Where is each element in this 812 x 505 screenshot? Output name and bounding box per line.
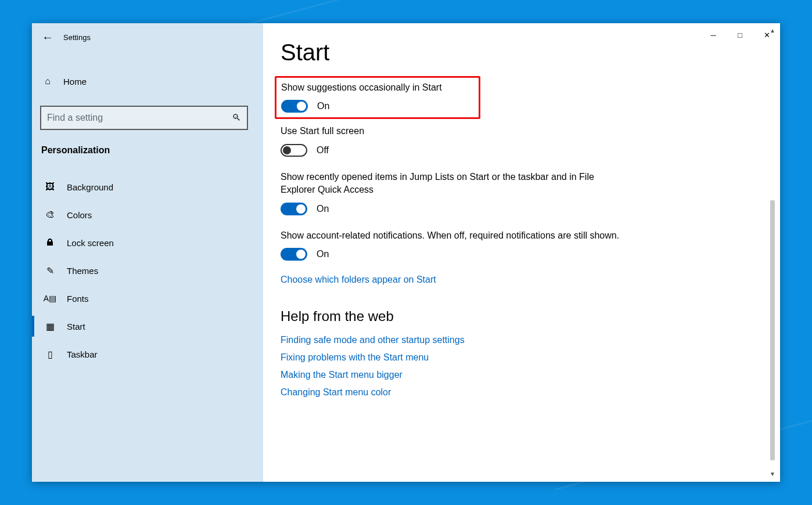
arrow-left-icon: ← (42, 31, 53, 44)
sidebar-item-label: Start (67, 322, 85, 331)
toggle-state: On (317, 249, 329, 259)
setting-label: Use Start full screen (281, 125, 623, 138)
sidebar-item-label: Colors (67, 210, 92, 220)
scroll-down-icon[interactable]: ▼ (768, 470, 777, 478)
setting-account-notifications: Show account-related notifications. When… (281, 229, 750, 261)
themes-icon: ✎ (42, 265, 58, 276)
help-link-fixing-start[interactable]: Fixing problems with the Start menu (281, 352, 750, 363)
toggle-full-screen[interactable] (281, 144, 307, 157)
link-choose-folders[interactable]: Choose which folders appear on Start (281, 275, 436, 284)
help-links: Finding safe mode and other startup sett… (281, 335, 750, 398)
setting-jump-lists: Show recently opened items in Jump Lists… (281, 171, 750, 215)
sidebar-item-fonts[interactable]: A▤ Fonts (40, 284, 263, 312)
sidebar-item-label: Background (67, 182, 113, 192)
home-icon: ⌂ (40, 76, 55, 86)
sidebar-category: Personalization (40, 143, 263, 166)
settings-window: ─ □ ✕ ← Settings ⌂ Home 🔍︎ Personalizati… (32, 23, 780, 482)
sidebar-home-label: Home (63, 77, 87, 86)
image-icon: 🖼︎ (42, 182, 58, 192)
sidebar-item-label: Fonts (67, 294, 89, 304)
scroll-up-icon[interactable]: ▲ (768, 27, 777, 35)
sidebar-item-label: Taskbar (67, 349, 98, 359)
sidebar-item-label: Lock screen (67, 238, 114, 248)
scroll-thumb[interactable] (770, 200, 775, 460)
help-heading: Help from the web (281, 308, 750, 324)
sidebar-item-background[interactable]: 🖼︎ Background (40, 173, 263, 201)
sidebar-item-themes[interactable]: ✎ Themes (40, 257, 263, 284)
app-name: Settings (63, 33, 91, 42)
toggle-state: Off (317, 145, 329, 156)
sidebar-item-label: Themes (67, 266, 98, 276)
help-link-bigger-start[interactable]: Making the Start menu bigger (281, 370, 750, 380)
sidebar-item-colors[interactable]: 🎨︎ Colors (40, 201, 263, 229)
sidebar-item-taskbar[interactable]: ▯ Taskbar (40, 340, 263, 368)
setting-label: Show account-related notifications. When… (281, 229, 623, 242)
search-icon: 🔍︎ (226, 113, 247, 123)
toggle-account-notifications[interactable] (281, 248, 307, 261)
palette-icon: 🎨︎ (42, 210, 58, 220)
search-box[interactable]: 🔍︎ (40, 106, 248, 130)
scroll-track[interactable] (768, 36, 777, 469)
toggle-jump-lists[interactable] (281, 203, 307, 215)
start-icon: ▦ (42, 321, 58, 332)
back-button[interactable]: ← (39, 28, 56, 46)
search-input[interactable] (41, 107, 226, 129)
setting-full-screen: Use Start full screen Off (281, 125, 750, 156)
sidebar-item-lock-screen[interactable]: 🔒︎ Lock screen (40, 229, 263, 257)
sidebar-home[interactable]: ⌂ Home (40, 67, 263, 95)
setting-label: Show recently opened items in Jump Lists… (281, 171, 623, 197)
vertical-scrollbar[interactable]: ▲ ▼ (768, 27, 777, 478)
content-area: Start Show suggestions occasionally in S… (263, 23, 780, 482)
sidebar: ← Settings ⌂ Home 🔍︎ Personalization 🖼︎ … (32, 23, 263, 482)
toggle-state: On (317, 204, 329, 214)
setting-label: Show suggestions occasionally in Start (281, 81, 474, 94)
toggle-state: On (317, 101, 329, 111)
help-link-safe-mode[interactable]: Finding safe mode and other startup sett… (281, 335, 750, 345)
help-link-start-color[interactable]: Changing Start menu color (281, 387, 750, 398)
sidebar-item-start[interactable]: ▦ Start (40, 312, 263, 340)
setting-show-suggestions: Show suggestions occasionally in Start O… (275, 76, 480, 119)
page-title: Start (281, 39, 750, 66)
taskbar-icon: ▯ (42, 349, 58, 360)
lock-screen-icon: 🔒︎ (42, 237, 58, 248)
sidebar-nav: 🖼︎ Background 🎨︎ Colors 🔒︎ Lock screen ✎… (40, 173, 263, 368)
toggle-show-suggestions[interactable] (281, 100, 308, 113)
fonts-icon: A▤ (42, 294, 58, 303)
